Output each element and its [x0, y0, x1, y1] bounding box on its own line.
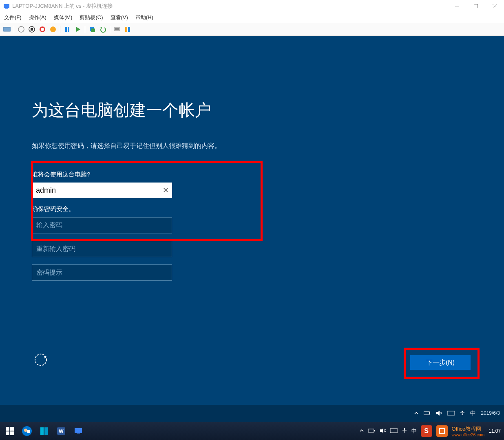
svg-point-12: [50, 26, 56, 32]
battery-icon[interactable]: [424, 410, 431, 417]
host-clock[interactable]: 11:07: [489, 428, 501, 434]
vm-date[interactable]: 2019/6/3: [481, 411, 500, 416]
svg-marker-47: [380, 428, 383, 433]
menu-action[interactable]: 操作(A): [29, 14, 46, 21]
vm-display: 为这台电脑创建一个帐户 如果你想使用密码，请选择自己易于记住但别人很难猜到的内容…: [0, 36, 504, 422]
menu-media[interactable]: 媒体(M): [54, 14, 73, 21]
shutdown-icon[interactable]: [38, 25, 47, 34]
svg-marker-15: [76, 27, 80, 32]
svg-point-51: [404, 428, 405, 430]
svg-rect-3: [474, 4, 478, 8]
word-app-icon[interactable]: W: [55, 425, 68, 438]
svg-marker-27: [436, 411, 440, 416]
svg-rect-32: [6, 427, 9, 431]
svg-rect-25: [424, 411, 429, 415]
svg-rect-40: [44, 427, 48, 435]
share-icon[interactable]: [123, 25, 132, 34]
ime-indicator[interactable]: 中: [411, 427, 417, 435]
minimize-button[interactable]: [448, 0, 466, 12]
toolbar: [0, 23, 504, 36]
toolbar-separator: [60, 26, 60, 33]
svg-rect-39: [40, 427, 44, 435]
username-input[interactable]: [32, 183, 172, 198]
svg-point-38: [27, 430, 30, 433]
vm-icon: [3, 3, 10, 9]
ime-indicator[interactable]: 中: [470, 410, 476, 417]
window-titlebar: LAPTOP-JJCM8ANN 上的 cs - 虚拟机连接: [0, 0, 504, 12]
host-tray: 中 S Office教程网 www.office26.com 11:07: [359, 425, 501, 437]
ease-access-icon[interactable]: [402, 428, 407, 435]
chevron-up-icon[interactable]: [359, 428, 364, 434]
chevron-up-icon[interactable]: [414, 410, 419, 417]
svg-rect-43: [75, 428, 82, 433]
next-button[interactable]: 下一步(N): [410, 355, 471, 370]
svg-rect-22: [128, 27, 130, 32]
svg-rect-6: [3, 27, 11, 31]
ease-of-access-icon[interactable]: [33, 352, 48, 367]
menu-file[interactable]: 文件(F): [4, 14, 22, 21]
svg-rect-17: [91, 29, 95, 32]
ctrl-alt-del-icon[interactable]: [2, 25, 11, 34]
svg-rect-33: [10, 427, 14, 431]
battery-icon[interactable]: [368, 428, 376, 434]
menu-help[interactable]: 帮助(H): [135, 14, 153, 21]
svg-rect-13: [65, 27, 67, 32]
password-section-label: 确保密码安全。: [32, 205, 472, 213]
start-button[interactable]: [3, 425, 16, 438]
svg-point-11: [41, 28, 44, 31]
toolbar-separator: [110, 26, 110, 33]
watermark: Office教程网 www.office26.com: [452, 425, 484, 437]
svg-point-7: [18, 26, 24, 32]
svg-rect-44: [77, 433, 80, 434]
svg-rect-26: [429, 412, 430, 414]
svg-rect-1: [5, 8, 8, 9]
keyboard-icon[interactable]: [390, 428, 398, 434]
svg-rect-0: [4, 4, 9, 8]
save-icon[interactable]: [49, 25, 57, 34]
enhanced-session-icon[interactable]: [113, 25, 122, 34]
pause-icon[interactable]: [63, 25, 72, 34]
svg-rect-14: [68, 27, 69, 32]
ease-access-icon[interactable]: [460, 410, 465, 417]
svg-point-31: [462, 411, 463, 412]
people-app-icon[interactable]: [20, 425, 33, 438]
svg-rect-21: [125, 27, 127, 32]
page-title: 为这台电脑创建一个帐户: [32, 99, 472, 121]
svg-rect-30: [447, 411, 455, 415]
menu-bar: 文件(F) 操作(A) 媒体(M) 剪贴板(C) 查看(V) 帮助(H): [0, 12, 504, 23]
svg-marker-24: [44, 356, 46, 359]
revert-icon[interactable]: [98, 25, 107, 34]
password-hint-input[interactable]: [32, 264, 172, 281]
sogou-ime-icon[interactable]: S: [421, 425, 432, 437]
volume-mute-icon[interactable]: [436, 410, 442, 417]
vm-taskbar: 中 2019/6/3: [0, 405, 504, 422]
window-title: LAPTOP-JJCM8ANN 上的 cs - 虚拟机连接: [12, 2, 113, 10]
play-icon[interactable]: [73, 25, 82, 34]
toolbar-separator: [14, 26, 14, 33]
office-icon[interactable]: [436, 425, 448, 437]
vm-app-icon[interactable]: [72, 425, 85, 438]
hyperv-app-icon[interactable]: [38, 425, 51, 438]
toolbar-separator: [85, 26, 85, 33]
menu-view[interactable]: 查看(V): [111, 14, 128, 21]
svg-rect-9: [31, 28, 33, 31]
menu-clipboard[interactable]: 剪贴板(C): [80, 14, 103, 21]
svg-rect-53: [440, 429, 444, 433]
start-icon[interactable]: [17, 25, 26, 34]
svg-point-23: [35, 354, 46, 365]
clear-icon[interactable]: ✕: [163, 186, 169, 195]
close-button[interactable]: [485, 0, 504, 12]
page-subtitle: 如果你想使用密码，请选择自己易于记住但别人很难猜到的内容。: [32, 142, 472, 150]
volume-mute-icon[interactable]: [380, 428, 386, 435]
who-label: 谁将会使用这台电脑?: [32, 171, 472, 178]
reenter-password-input[interactable]: [32, 241, 172, 257]
keyboard-icon[interactable]: [447, 410, 455, 417]
maximize-button[interactable]: [466, 0, 485, 12]
password-input[interactable]: [32, 217, 172, 233]
oobe-panel: 为这台电脑创建一个帐户 如果你想使用密码，请选择自己易于记住但别人很难猜到的内容…: [32, 99, 472, 288]
vm-tray: 中 2019/6/3: [414, 410, 500, 417]
stop-icon[interactable]: [27, 25, 36, 34]
svg-rect-50: [390, 429, 398, 433]
svg-rect-46: [374, 430, 375, 431]
checkpoint-icon[interactable]: [88, 25, 97, 34]
